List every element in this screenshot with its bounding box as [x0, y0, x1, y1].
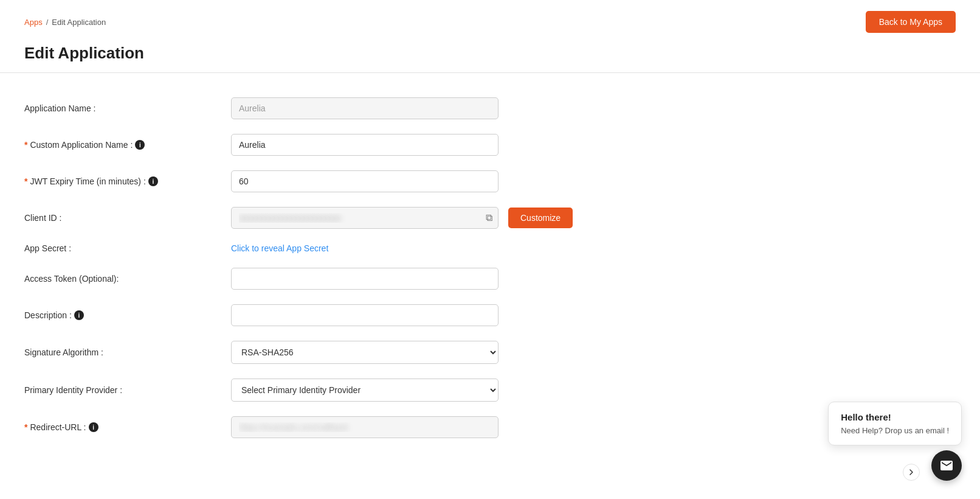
chat-bubble-text: Need Help? Drop us an email !: [841, 426, 949, 435]
signature-algorithm-label: Signature Algorithm :: [24, 347, 231, 357]
access-token-row: Access Token (Optional):: [24, 268, 584, 290]
primary-identity-provider-label: Primary Identity Provider :: [24, 385, 231, 395]
custom-application-name-input[interactable]: [231, 134, 499, 156]
redirect-url-label: *Redirect-URL : i: [24, 422, 231, 432]
chat-arrow-button[interactable]: [903, 464, 920, 481]
reveal-app-secret-link[interactable]: Click to reveal App Secret: [231, 243, 328, 253]
application-name-row: Application Name :: [24, 97, 584, 119]
jwt-expiry-input[interactable]: [231, 170, 499, 192]
page-container: Apps / Edit Application Back to My Apps …: [0, 0, 980, 499]
jwt-info-icon: i: [148, 176, 158, 186]
form-container: Application Name : *Custom Application N…: [0, 91, 608, 477]
client-id-label: Client ID :: [24, 213, 231, 223]
chat-trigger-button[interactable]: [931, 450, 962, 481]
chat-bubble-title: Hello there!: [841, 412, 949, 422]
client-id-input[interactable]: [231, 207, 499, 229]
jwt-expiry-label: *JWT Expiry Time (in minutes) : i: [24, 176, 231, 186]
breadcrumb-separator: /: [46, 18, 49, 27]
chat-widget: Hello there! Need Help? Drop us an email…: [828, 402, 962, 481]
breadcrumb-apps-link[interactable]: Apps: [24, 18, 43, 27]
custom-name-info-icon: i: [135, 140, 145, 150]
primary-identity-provider-row: Primary Identity Provider : Select Prima…: [24, 379, 584, 402]
access-token-input[interactable]: [231, 268, 499, 290]
application-name-label: Application Name :: [24, 103, 231, 113]
custom-application-name-row: *Custom Application Name : i: [24, 134, 584, 156]
description-info-icon: i: [74, 310, 84, 320]
back-to-apps-button[interactable]: Back to My Apps: [866, 11, 956, 33]
signature-algorithm-row: Signature Algorithm : RSA-SHA256 HMAC-SH…: [24, 341, 584, 364]
client-id-row: Client ID : ⧉ Customize: [24, 207, 584, 229]
custom-application-name-label: *Custom Application Name : i: [24, 140, 231, 150]
description-row: Description : i: [24, 304, 584, 326]
access-token-label: Access Token (Optional):: [24, 274, 231, 284]
client-id-wrapper: ⧉: [231, 207, 499, 229]
redirect-url-input[interactable]: [231, 416, 499, 438]
primary-identity-provider-select[interactable]: Select Primary Identity Provider: [231, 379, 499, 402]
breadcrumb-current: Edit Application: [52, 18, 106, 27]
customize-button[interactable]: Customize: [508, 208, 573, 228]
chat-bubble: Hello there! Need Help? Drop us an email…: [828, 402, 962, 445]
breadcrumb: Apps / Edit Application: [24, 18, 106, 27]
page-title: Edit Application: [0, 39, 980, 72]
application-name-input[interactable]: [231, 97, 499, 119]
app-secret-label: App Secret :: [24, 243, 231, 253]
app-secret-row: App Secret : Click to reveal App Secret: [24, 243, 584, 253]
header: Apps / Edit Application Back to My Apps: [0, 0, 980, 39]
redirect-url-info-icon: i: [89, 422, 98, 432]
jwt-expiry-row: *JWT Expiry Time (in minutes) : i: [24, 170, 584, 192]
copy-icon[interactable]: ⧉: [486, 212, 492, 223]
description-label: Description : i: [24, 310, 231, 320]
divider: [0, 72, 980, 73]
signature-algorithm-select[interactable]: RSA-SHA256 HMAC-SHA256: [231, 341, 499, 364]
description-input[interactable]: [231, 304, 499, 326]
redirect-url-row: *Redirect-URL : i: [24, 416, 584, 438]
